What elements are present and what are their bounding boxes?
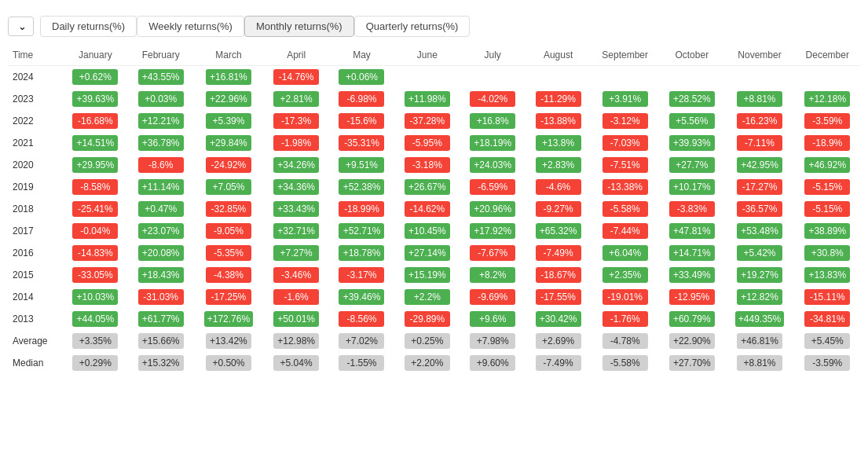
summary-cell: +5.45% (795, 330, 860, 352)
data-cell: +29.84% (193, 132, 263, 154)
data-cell: -4.02% (460, 88, 526, 110)
tab-daily-returns---[interactable]: Daily returns(%) (40, 16, 137, 37)
year-cell: 2016 (8, 242, 63, 264)
summary-cell: -5.58% (591, 352, 659, 374)
data-cell: +23.07% (128, 220, 193, 242)
data-cell: -25.41% (63, 198, 128, 220)
data-cell (591, 66, 659, 89)
returns-table: TimeJanuaryFebruaryMarchAprilMayJuneJuly… (8, 45, 860, 374)
col-header-december: December (795, 45, 860, 66)
col-header-march: March (193, 45, 263, 66)
summary-cell: +15.32% (128, 352, 193, 374)
chevron-down-icon: ⌄ (18, 20, 27, 32)
data-cell: +18.78% (329, 242, 394, 264)
asset-selector[interactable]: ⌄ (8, 16, 34, 36)
tab-quarterly-returns---[interactable]: Quarterly returns(%) (354, 16, 471, 37)
data-cell: +44.05% (63, 308, 128, 330)
data-cell: +0.03% (128, 88, 193, 110)
data-cell: +3.91% (591, 88, 659, 110)
data-cell: +60.79% (659, 308, 724, 330)
summary-cell: +22.90% (659, 330, 724, 352)
summary-cell: +7.02% (329, 330, 394, 352)
data-cell: -3.18% (394, 154, 460, 176)
summary-cell: +9.60% (460, 352, 526, 374)
data-cell: -13.88% (526, 110, 591, 132)
data-cell: +50.01% (263, 308, 328, 330)
data-cell: -24.92% (193, 154, 263, 176)
data-cell: +10.17% (659, 176, 724, 198)
data-cell: -5.95% (394, 132, 460, 154)
data-cell: +6.04% (591, 242, 659, 264)
table-row: 2018-25.41%+0.47%-32.85%+33.43%-18.99%-1… (8, 198, 860, 220)
data-cell: -5.35% (193, 242, 263, 264)
data-cell: -15.11% (795, 286, 860, 308)
data-cell: -1.6% (263, 286, 328, 308)
data-cell: -36.57% (724, 198, 794, 220)
tabs-container: Daily returns(%)Weekly returns(%)Monthly… (40, 16, 470, 37)
year-cell: 2014 (8, 286, 63, 308)
summary-cell: +13.42% (193, 330, 263, 352)
summary-cell: -1.55% (329, 352, 394, 374)
data-cell: -18.67% (526, 264, 591, 286)
data-cell: +39.93% (659, 132, 724, 154)
data-cell: -17.25% (193, 286, 263, 308)
data-cell (795, 66, 860, 89)
col-header-july: July (460, 45, 526, 66)
data-cell: +2.2% (394, 286, 460, 308)
summary-cell: +15.66% (128, 330, 193, 352)
year-cell: 2019 (8, 176, 63, 198)
data-cell: -0.04% (63, 220, 128, 242)
data-cell: +10.03% (63, 286, 128, 308)
data-cell: +65.32% (526, 220, 591, 242)
year-cell: 2015 (8, 264, 63, 286)
data-cell: +39.46% (329, 286, 394, 308)
data-cell: +7.05% (193, 176, 263, 198)
table-row: 2024+0.62%+43.55%+16.81%-14.76%+0.06% (8, 66, 860, 89)
summary-row: Average+3.35%+15.66%+13.42%+12.98%+7.02%… (8, 330, 860, 352)
data-cell: +27.7% (659, 154, 724, 176)
table-row: 2020+29.95%-8.6%-24.92%+34.26%+9.51%-3.1… (8, 154, 860, 176)
year-cell: 2022 (8, 110, 63, 132)
col-header-september: September (591, 45, 659, 66)
data-cell: -33.05% (63, 264, 128, 286)
data-cell: +27.14% (394, 242, 460, 264)
data-cell: +0.06% (329, 66, 394, 89)
data-cell: +11.98% (394, 88, 460, 110)
summary-cell: +7.98% (460, 330, 526, 352)
data-cell (526, 66, 591, 89)
data-cell: -5.58% (591, 198, 659, 220)
data-cell: -31.03% (128, 286, 193, 308)
table-row: 2015-33.05%+18.43%-4.38%-3.46%-3.17%+15.… (8, 264, 860, 286)
summary-cell: -3.59% (795, 352, 860, 374)
summary-label: Average (8, 330, 63, 352)
data-cell: -1.76% (591, 308, 659, 330)
data-cell: -14.83% (63, 242, 128, 264)
data-cell: +16.8% (460, 110, 526, 132)
table-row: 2016-14.83%+20.08%-5.35%+7.27%+18.78%+27… (8, 242, 860, 264)
data-cell: +43.55% (128, 66, 193, 89)
data-cell: -7.03% (591, 132, 659, 154)
data-cell: +19.27% (724, 264, 794, 286)
tab-monthly-returns---[interactable]: Monthly returns(%) (244, 16, 354, 37)
table-row: 2019-8.58%+11.14%+7.05%+34.36%+52.38%+26… (8, 176, 860, 198)
summary-cell: -4.78% (591, 330, 659, 352)
data-cell: +32.71% (263, 220, 328, 242)
col-header-february: February (128, 45, 193, 66)
col-header-october: October (659, 45, 724, 66)
data-cell: +38.89% (795, 220, 860, 242)
data-cell: +33.43% (263, 198, 328, 220)
summary-cell: +3.35% (63, 330, 128, 352)
year-cell: 2017 (8, 220, 63, 242)
data-cell: +0.62% (63, 66, 128, 89)
col-header-january: January (63, 45, 128, 66)
tab-weekly-returns---[interactable]: Weekly returns(%) (137, 16, 244, 37)
year-cell: 2024 (8, 66, 63, 89)
data-cell: -18.99% (329, 198, 394, 220)
data-cell: -18.9% (795, 132, 860, 154)
data-cell: -17.27% (724, 176, 794, 198)
data-cell: -14.76% (263, 66, 328, 89)
toolbar: ⌄ Daily returns(%)Weekly returns(%)Month… (8, 16, 860, 37)
data-cell: +39.63% (63, 88, 128, 110)
summary-cell: +2.20% (394, 352, 460, 374)
data-cell: +46.92% (795, 154, 860, 176)
